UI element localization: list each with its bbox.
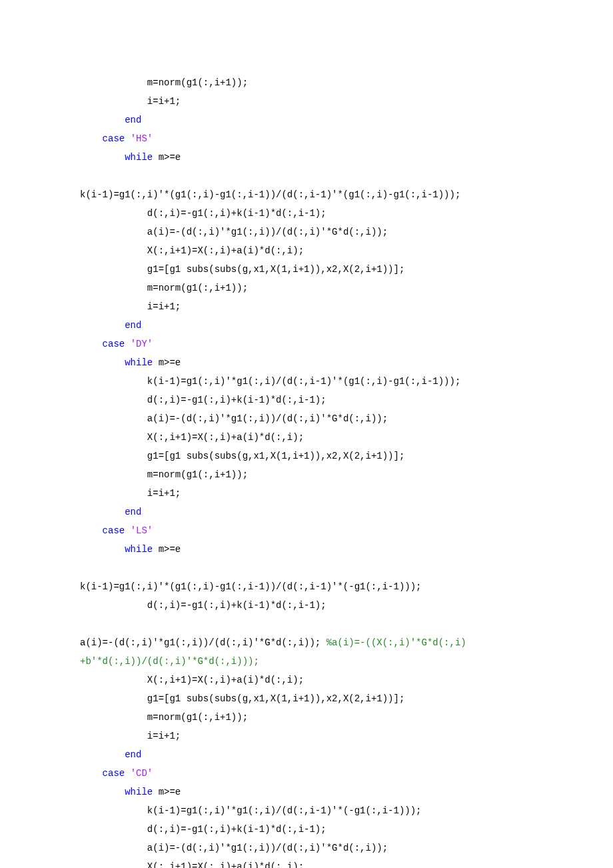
code-line: m=norm(g1(:,i+1)); [80,465,533,484]
keyword-token: end [125,507,141,517]
code-line: case 'CD' [80,764,533,783]
code-token: i=i+1; [147,301,181,312]
code-line: d(:,i)=-g1(:,i)+k(i-1)*d(:,i-1); [80,820,533,839]
keyword-token: case [103,525,131,536]
code-token: X(:,i+1)=X(:,i)+a(i)*d(:,i); [147,675,304,685]
code-token: i=i+1; [147,488,181,499]
code-line: i=i+1; [80,92,533,111]
code-token: m>=e [159,152,181,163]
code-token: k(i-1)=g1(:,i)'*(g1(:,i)-g1(:,i-1))/(d(:… [80,581,421,592]
code-token: k(i-1)=g1(:,i)'*(g1(:,i)-g1(:,i-1))/(d(:… [80,189,460,200]
code-token: a(i)=-(d(:,i)'*g1(:,i))/(d(:,i)'*G*d(:,i… [147,843,388,853]
code-token: g1=[g1 subs(subs(g,x1,X(1,i+1)),x2,X(2,i… [147,264,404,275]
code-line: m=norm(g1(:,i+1)); [80,279,533,297]
code-token: m>=e [159,357,181,368]
code-token: g1=[g1 subs(subs(g,x1,X(1,i+1)),x2,X(2,i… [147,693,404,704]
code-line: X(:,i+1)=X(:,i)+a(i)*d(:,i); [80,428,533,447]
keyword-token: case [103,133,131,144]
code-token: i=i+1; [147,96,181,107]
code-token: g1=[g1 subs(subs(g,x1,X(1,i+1)),x2,X(2,i… [147,451,404,461]
code-line: while m>=e [80,148,533,167]
code-line: X(:,i+1)=X(:,i)+a(i)*d(:,i); [80,241,533,260]
code-line: g1=[g1 subs(subs(g,x1,X(1,i+1)),x2,X(2,i… [80,689,533,708]
code-token: a(i)=-(d(:,i)'*g1(:,i))/(d(:,i)'*G*d(:,i… [147,413,388,424]
code-line: k(i-1)=g1(:,i)'*g1(:,i)/(d(:,i-1)'*(-g1(… [80,801,533,820]
keyword-token: end [125,749,141,760]
keyword-token: while [125,152,158,163]
code-line: k(i-1)=g1(:,i)'*(g1(:,i)-g1(:,i-1))/(d(:… [80,185,533,204]
code-line: m=norm(g1(:,i+1)); [80,708,533,727]
code-line: a(i)=-(d(:,i)'*g1(:,i))/(d(:,i)'*G*d(:,i… [80,839,533,857]
code-line: i=i+1; [80,727,533,745]
code-token: d(:,i)=-g1(:,i)+k(i-1)*d(:,i-1); [147,600,326,611]
code-token: a(i)=-(d(:,i)'*g1(:,i))/(d(:,i)'*G*d(:,i… [147,227,388,237]
code-token: i=i+1; [147,731,181,741]
code-line: case 'DY' [80,335,533,353]
keyword-token: case [103,768,131,779]
code-line: k(i-1)=g1(:,i)'*g1(:,i)/(d(:,i-1)'*(g1(:… [80,372,533,391]
code-line: g1=[g1 subs(subs(g,x1,X(1,i+1)),x2,X(2,i… [80,260,533,279]
code-page: m=norm(g1(:,i+1)); i=i+1; end case 'HS' … [0,0,613,868]
code-line: end [80,745,533,764]
code-line: d(:,i)=-g1(:,i)+k(i-1)*d(:,i-1); [80,391,533,409]
code-line: a(i)=-(d(:,i)'*g1(:,i))/(d(:,i)'*G*d(:,i… [80,633,533,652]
code-token: k(i-1)=g1(:,i)'*g1(:,i)/(d(:,i-1)'*(g1(:… [147,376,460,387]
keyword-token: while [125,357,158,368]
code-token: m=norm(g1(:,i+1)); [147,712,248,723]
keyword-token: case [103,339,131,349]
string-token: 'LS' [131,525,153,536]
code-line: d(:,i)=-g1(:,i)+k(i-1)*d(:,i-1); [80,204,533,223]
code-line: end [80,111,533,129]
code-line: end [80,503,533,521]
code-line: while m>=e [80,783,533,801]
code-line: X(:,i+1)=X(:,i)+a(i)*d(:,i); [80,671,533,689]
code-token: m>=e [159,544,181,555]
code-line: a(i)=-(d(:,i)'*g1(:,i))/(d(:,i)'*G*d(:,i… [80,409,533,428]
keyword-token: while [125,787,158,797]
keyword-token: end [125,115,141,125]
code-token: m=norm(g1(:,i+1)); [147,77,248,88]
keyword-token: while [125,544,158,555]
code-line: m=norm(g1(:,i+1)); [80,73,533,92]
code-line [80,167,533,185]
code-token: d(:,i)=-g1(:,i)+k(i-1)*d(:,i-1); [147,208,326,219]
comment-token: %a(i)=-((X(:,i)'*G*d(:,i) [326,637,466,648]
string-token: 'CD' [131,768,153,779]
string-token: 'DY' [131,339,153,349]
code-token: a(i)=-(d(:,i)'*g1(:,i))/(d(:,i)'*G*d(:,i… [80,637,326,648]
code-token: m=norm(g1(:,i+1)); [147,469,248,480]
code-token: d(:,i)=-g1(:,i)+k(i-1)*d(:,i-1); [147,395,326,405]
code-token: X(:,i+1)=X(:,i)+a(i)*d(:,i); [147,861,304,868]
code-token: k(i-1)=g1(:,i)'*g1(:,i)/(d(:,i-1)'*(-g1(… [147,805,422,816]
code-line: end [80,316,533,335]
code-line: while m>=e [80,540,533,559]
code-line: d(:,i)=-g1(:,i)+k(i-1)*d(:,i-1); [80,596,533,615]
code-line: +b'*d(:,i))/(d(:,i)'*G*d(:,i))); [80,652,533,671]
code-line: case 'HS' [80,129,533,148]
code-line: X(:,i+1)=X(:,i)+a(i)*d(:,i); [80,857,533,868]
code-token: X(:,i+1)=X(:,i)+a(i)*d(:,i); [147,245,304,256]
code-line [80,559,533,577]
string-token: 'HS' [131,133,153,144]
code-token: m>=e [159,787,181,797]
code-line: i=i+1; [80,297,533,316]
code-line: i=i+1; [80,484,533,503]
keyword-token: end [125,320,141,331]
code-token: X(:,i+1)=X(:,i)+a(i)*d(:,i); [147,432,304,443]
code-line: g1=[g1 subs(subs(g,x1,X(1,i+1)),x2,X(2,i… [80,447,533,465]
code-token: d(:,i)=-g1(:,i)+k(i-1)*d(:,i-1); [147,824,326,835]
code-block: m=norm(g1(:,i+1)); i=i+1; end case 'HS' … [80,73,533,868]
code-line: a(i)=-(d(:,i)'*g1(:,i))/(d(:,i)'*G*d(:,i… [80,223,533,241]
comment-token: +b'*d(:,i))/(d(:,i)'*G*d(:,i))); [80,656,259,667]
code-line: case 'LS' [80,521,533,540]
code-token: m=norm(g1(:,i+1)); [147,283,248,293]
code-line [80,615,533,633]
code-line: while m>=e [80,353,533,372]
code-line: k(i-1)=g1(:,i)'*(g1(:,i)-g1(:,i-1))/(d(:… [80,577,533,596]
